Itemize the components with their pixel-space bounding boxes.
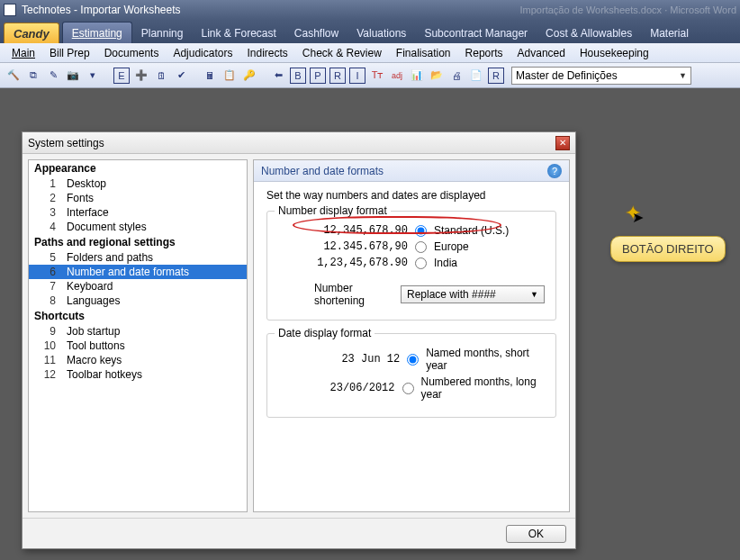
- tree-item-languages[interactable]: 8Languages: [29, 294, 247, 308]
- window-title: Technotes - Importar Worksheets: [22, 4, 181, 16]
- tool-copy2-icon[interactable]: 📋: [221, 68, 238, 84]
- tool-r2-icon[interactable]: R: [488, 68, 504, 84]
- content-heading: Number and date formats: [261, 165, 384, 177]
- tool-folder-icon[interactable]: 📂: [429, 68, 445, 84]
- settings-content: Number and date formats ? Set the way nu…: [253, 159, 570, 512]
- background-app-hint: Importação de Worksheets.docx · Microsof…: [520, 5, 736, 15]
- tool-adj-icon[interactable]: adj: [389, 68, 405, 84]
- toolbar: 🔨 ⧉ ✎ 📷 ▾ E ➕ 🗓 ✔ 🖩 📋 🔑 ⬅ B P R I Tᴛ adj…: [0, 63, 740, 88]
- tree-item-document-styles[interactable]: 4Document styles: [29, 220, 247, 234]
- tree-item-macro-keys[interactable]: 11Macro keys: [29, 353, 247, 367]
- master-definitions-combo[interactable]: Master de Definições ▼: [511, 67, 691, 85]
- tab-cost-allowables[interactable]: Cost & Allowables: [537, 23, 641, 43]
- tool-tt-icon[interactable]: Tᴛ: [369, 68, 385, 84]
- number-shortening-select[interactable]: Replace with #### ▼: [401, 285, 545, 303]
- menu-adjudicators[interactable]: Adjudicators: [167, 45, 239, 61]
- menu-indirects[interactable]: Indirects: [240, 45, 293, 61]
- chevron-down-icon: ▼: [530, 290, 538, 299]
- date-format-label: Date display format: [275, 327, 375, 339]
- menu-bar: Main Bill Prep Documents Adjudicators In…: [0, 43, 740, 63]
- dialog-title-bar: System settings ✕: [23, 132, 575, 154]
- tool-pencil-icon[interactable]: ✎: [45, 68, 61, 84]
- tool-key-icon[interactable]: 🔑: [241, 68, 257, 84]
- option-europe[interactable]: 12.345.678,90 Europe: [278, 240, 545, 253]
- menu-advanced[interactable]: Advanced: [511, 45, 572, 61]
- menu-bill-prep[interactable]: Bill Prep: [43, 45, 96, 61]
- option-numbered-months[interactable]: 23/06/2012 Numbered months, long year: [278, 375, 545, 401]
- tool-dropdown-icon[interactable]: ▾: [85, 68, 101, 84]
- menu-main[interactable]: Main: [5, 45, 41, 61]
- tree-heading-shortcuts: Shortcuts: [29, 308, 247, 324]
- click-burst-icon: ✦: [625, 202, 641, 225]
- tool-check-icon[interactable]: ✔: [173, 68, 189, 84]
- ok-button[interactable]: OK: [506, 525, 566, 543]
- option-standard-us[interactable]: 12,345,678.90 Standard (U.S.): [278, 224, 545, 237]
- tool-page-icon[interactable]: 📄: [468, 68, 484, 84]
- tree-heading-paths: Paths and regional settings: [29, 234, 247, 250]
- tool-b-icon[interactable]: B: [290, 68, 306, 84]
- tool-hammer-icon[interactable]: 🔨: [5, 68, 22, 84]
- tool-print-icon[interactable]: 🖨: [448, 68, 465, 84]
- cursor-arrow-icon: ➤: [632, 209, 644, 226]
- dialog-footer: OK: [23, 518, 575, 548]
- module-tab-row: Candy Estimating Planning Link & Forecas…: [0, 20, 740, 43]
- tree-item-interface[interactable]: 3Interface: [29, 205, 247, 220]
- brand-tab[interactable]: Candy: [4, 23, 59, 43]
- tool-back-icon[interactable]: ⬅: [270, 68, 286, 84]
- tab-material[interactable]: Material: [641, 23, 698, 43]
- close-button[interactable]: ✕: [555, 136, 570, 150]
- tab-cashflow[interactable]: Cashflow: [285, 23, 347, 43]
- tool-chart-icon[interactable]: 📊: [409, 68, 425, 84]
- title-bar: Technotes - Importar Worksheets Importaç…: [0, 0, 740, 20]
- tool-calc-icon[interactable]: 🖩: [202, 68, 218, 84]
- menu-documents[interactable]: Documents: [98, 45, 166, 61]
- tree-heading-appearance: Appearance: [29, 160, 247, 176]
- tree-item-desktop[interactable]: 1Desktop: [29, 176, 247, 191]
- tool-e-icon[interactable]: E: [113, 68, 130, 84]
- tree-item-number-date-formats[interactable]: 6Number and date formats: [29, 265, 247, 279]
- tool-copy-icon[interactable]: ⧉: [25, 68, 41, 84]
- tool-plus-icon[interactable]: ➕: [133, 68, 149, 84]
- chevron-down-icon: ▼: [679, 71, 687, 80]
- content-heading-bar: Number and date formats ?: [254, 160, 569, 182]
- help-icon[interactable]: ?: [547, 164, 562, 178]
- radio-named-months[interactable]: [407, 354, 419, 366]
- tree-item-fonts[interactable]: 2Fonts: [29, 191, 247, 205]
- tool-calendar-icon[interactable]: 🗓: [153, 68, 169, 84]
- menu-housekeeping[interactable]: Housekeeping: [573, 45, 655, 61]
- tab-estimating[interactable]: Estimating: [62, 22, 132, 43]
- tree-item-job-startup[interactable]: 9Job startup: [29, 324, 247, 339]
- radio-numbered-months[interactable]: [402, 383, 414, 394]
- date-format-group: Date display format 23 Jun 12 Named mont…: [266, 333, 556, 418]
- workspace: System settings ✕ Appearance 1Desktop 2F…: [0, 88, 740, 560]
- combo-value: Master de Definições: [516, 69, 618, 82]
- tool-r-icon[interactable]: R: [329, 68, 346, 84]
- option-named-months[interactable]: 23 Jun 12 Named months, short year: [278, 347, 545, 372]
- settings-tree: Appearance 1Desktop 2Fonts 3Interface 4D…: [28, 159, 248, 512]
- content-description: Set the way numbers and dates are displa…: [266, 189, 556, 202]
- tab-link-forecast[interactable]: Link & Forecast: [192, 23, 284, 43]
- tab-planning[interactable]: Planning: [132, 23, 193, 43]
- annotation-balloon: BOTÃO DIREITO: [610, 236, 726, 262]
- menu-finalisation[interactable]: Finalisation: [390, 45, 457, 61]
- number-format-group: Number display format 12,345,678.90 Stan…: [266, 211, 556, 321]
- tree-item-keyboard[interactable]: 7Keyboard: [29, 279, 247, 294]
- option-india[interactable]: 1,23,45,678.90 India: [278, 257, 545, 269]
- tab-valuations[interactable]: Valuations: [347, 23, 415, 43]
- radio-standard-us[interactable]: [415, 225, 427, 237]
- shortening-label: Number shortening: [314, 282, 392, 307]
- number-format-label: Number display format: [275, 204, 391, 217]
- menu-check-review[interactable]: Check & Review: [296, 45, 388, 61]
- tool-p-icon[interactable]: P: [310, 68, 326, 84]
- system-settings-dialog: System settings ✕ Appearance 1Desktop 2F…: [22, 131, 576, 549]
- tree-item-tool-buttons[interactable]: 10Tool buttons: [29, 339, 247, 353]
- tool-i-icon[interactable]: I: [349, 68, 365, 84]
- menu-reports[interactable]: Reports: [459, 45, 510, 61]
- tab-subcontract-manager[interactable]: Subcontract Manager: [415, 23, 537, 43]
- tree-item-folders[interactable]: 5Folders and paths: [29, 250, 247, 265]
- radio-europe[interactable]: [415, 241, 427, 253]
- dialog-title: System settings: [28, 137, 555, 149]
- tree-item-toolbar-hotkeys[interactable]: 12Toolbar hotkeys: [29, 367, 247, 382]
- tool-camera-icon[interactable]: 📷: [65, 68, 81, 84]
- radio-india[interactable]: [415, 257, 427, 269]
